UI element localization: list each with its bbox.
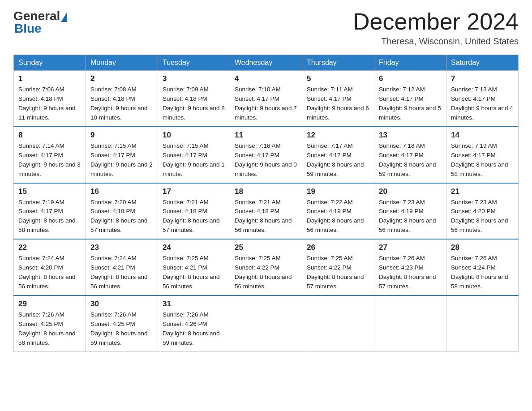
- calendar-week-row: 1 Sunrise: 7:06 AMSunset: 4:18 PMDayligh…: [14, 71, 519, 127]
- title-block: December 2024 Theresa, Wisconsin, United…: [353, 9, 519, 47]
- calendar-week-row: 22 Sunrise: 7:24 AMSunset: 4:20 PMDaylig…: [14, 239, 519, 295]
- calendar-cell: 29 Sunrise: 7:26 AMSunset: 4:25 PMDaylig…: [14, 295, 86, 351]
- day-number: 17: [163, 187, 225, 196]
- calendar-cell: 26 Sunrise: 7:25 AMSunset: 4:22 PMDaylig…: [302, 239, 374, 295]
- day-info: Sunrise: 7:11 AMSunset: 4:17 PMDaylight:…: [307, 85, 369, 123]
- calendar-cell: 17 Sunrise: 7:21 AMSunset: 4:18 PMDaylig…: [158, 183, 230, 240]
- day-number: 28: [451, 243, 514, 252]
- logo-blue-text: Blue: [14, 21, 42, 36]
- day-number: 25: [235, 243, 297, 252]
- day-info: Sunrise: 7:23 AMSunset: 4:19 PMDaylight:…: [379, 198, 442, 235]
- day-header-sunday: Sunday: [14, 55, 86, 71]
- calendar-cell: 20 Sunrise: 7:23 AMSunset: 4:19 PMDaylig…: [374, 183, 446, 240]
- day-number: 11: [235, 131, 297, 140]
- day-info: Sunrise: 7:20 AMSunset: 4:18 PMDaylight:…: [90, 198, 153, 235]
- day-number: 3: [163, 74, 225, 83]
- logo: General Blue: [13, 9, 67, 36]
- calendar-cell: 11 Sunrise: 7:16 AMSunset: 4:17 PMDaylig…: [230, 127, 302, 183]
- day-number: 4: [235, 74, 297, 83]
- day-number: 5: [307, 74, 369, 83]
- day-info: Sunrise: 7:12 AMSunset: 4:17 PMDaylight:…: [379, 85, 442, 123]
- calendar-table: SundayMondayTuesdayWednesdayThursdayFrid…: [13, 55, 519, 351]
- calendar-cell: 27 Sunrise: 7:26 AMSunset: 4:23 PMDaylig…: [374, 239, 446, 295]
- calendar-week-row: 15 Sunrise: 7:19 AMSunset: 4:17 PMDaylig…: [14, 183, 519, 240]
- day-info: Sunrise: 7:24 AMSunset: 4:20 PMDaylight:…: [18, 254, 81, 291]
- day-number: 27: [379, 243, 442, 252]
- day-header-friday: Friday: [374, 55, 446, 71]
- day-info: Sunrise: 7:26 AMSunset: 4:26 PMDaylight:…: [163, 310, 225, 348]
- day-info: Sunrise: 7:16 AMSunset: 4:17 PMDaylight:…: [235, 141, 297, 179]
- day-info: Sunrise: 7:22 AMSunset: 4:19 PMDaylight:…: [307, 198, 369, 235]
- day-info: Sunrise: 7:13 AMSunset: 4:17 PMDaylight:…: [451, 85, 514, 123]
- calendar-cell: 25 Sunrise: 7:25 AMSunset: 4:22 PMDaylig…: [230, 239, 302, 295]
- calendar-cell: 19 Sunrise: 7:22 AMSunset: 4:19 PMDaylig…: [302, 183, 374, 240]
- calendar-cell: 16 Sunrise: 7:20 AMSunset: 4:18 PMDaylig…: [86, 183, 158, 240]
- day-number: 22: [18, 243, 81, 252]
- day-number: 8: [18, 131, 81, 140]
- day-number: 29: [18, 300, 81, 308]
- day-number: 18: [235, 187, 297, 196]
- day-info: Sunrise: 7:15 AMSunset: 4:17 PMDaylight:…: [90, 141, 153, 179]
- calendar-cell: [302, 295, 374, 351]
- day-number: 9: [90, 131, 153, 140]
- calendar-cell: 24 Sunrise: 7:25 AMSunset: 4:21 PMDaylig…: [158, 239, 230, 295]
- calendar-cell: [446, 295, 519, 351]
- calendar-cell: 31 Sunrise: 7:26 AMSunset: 4:26 PMDaylig…: [158, 295, 230, 351]
- day-info: Sunrise: 7:14 AMSunset: 4:17 PMDaylight:…: [18, 141, 81, 179]
- calendar-cell: 21 Sunrise: 7:23 AMSunset: 4:20 PMDaylig…: [446, 183, 519, 240]
- day-header-tuesday: Tuesday: [158, 55, 230, 71]
- calendar-cell: 8 Sunrise: 7:14 AMSunset: 4:17 PMDayligh…: [14, 127, 86, 183]
- calendar-cell: 23 Sunrise: 7:24 AMSunset: 4:21 PMDaylig…: [86, 239, 158, 295]
- calendar-cell: [374, 295, 446, 351]
- month-title: December 2024: [353, 9, 519, 34]
- calendar-cell: 22 Sunrise: 7:24 AMSunset: 4:20 PMDaylig…: [14, 239, 86, 295]
- day-header-monday: Monday: [86, 55, 158, 71]
- day-number: 23: [90, 243, 153, 252]
- day-info: Sunrise: 7:26 AMSunset: 4:23 PMDaylight:…: [379, 254, 442, 291]
- day-info: Sunrise: 7:06 AMSunset: 4:18 PMDaylight:…: [18, 85, 81, 123]
- day-number: 7: [451, 74, 514, 83]
- day-info: Sunrise: 7:23 AMSunset: 4:20 PMDaylight:…: [451, 198, 514, 235]
- calendar-cell: 18 Sunrise: 7:21 AMSunset: 4:18 PMDaylig…: [230, 183, 302, 240]
- day-number: 2: [90, 74, 153, 83]
- page-header: General Blue December 2024 Theresa, Wisc…: [13, 9, 519, 47]
- calendar-cell: 28 Sunrise: 7:26 AMSunset: 4:24 PMDaylig…: [446, 239, 519, 295]
- day-header-wednesday: Wednesday: [230, 55, 302, 71]
- day-info: Sunrise: 7:17 AMSunset: 4:17 PMDaylight:…: [307, 141, 369, 179]
- day-info: Sunrise: 7:21 AMSunset: 4:18 PMDaylight:…: [163, 198, 225, 235]
- calendar-cell: 2 Sunrise: 7:08 AMSunset: 4:18 PMDayligh…: [86, 71, 158, 127]
- calendar-cell: 14 Sunrise: 7:19 AMSunset: 4:17 PMDaylig…: [446, 127, 519, 183]
- day-info: Sunrise: 7:21 AMSunset: 4:18 PMDaylight:…: [235, 198, 297, 235]
- calendar-cell: 10 Sunrise: 7:15 AMSunset: 4:17 PMDaylig…: [158, 127, 230, 183]
- calendar-cell: 15 Sunrise: 7:19 AMSunset: 4:17 PMDaylig…: [14, 183, 86, 240]
- day-info: Sunrise: 7:19 AMSunset: 4:17 PMDaylight:…: [451, 141, 514, 179]
- calendar-cell: [230, 295, 302, 351]
- calendar-cell: 13 Sunrise: 7:18 AMSunset: 4:17 PMDaylig…: [374, 127, 446, 183]
- calendar-week-row: 29 Sunrise: 7:26 AMSunset: 4:25 PMDaylig…: [14, 295, 519, 351]
- day-header-thursday: Thursday: [302, 55, 374, 71]
- day-info: Sunrise: 7:26 AMSunset: 4:25 PMDaylight:…: [18, 310, 81, 348]
- day-number: 19: [307, 187, 369, 196]
- day-number: 31: [163, 300, 225, 308]
- day-number: 12: [307, 131, 369, 140]
- calendar-cell: 5 Sunrise: 7:11 AMSunset: 4:17 PMDayligh…: [302, 71, 374, 127]
- day-number: 20: [379, 187, 442, 196]
- day-number: 14: [451, 131, 514, 140]
- calendar-cell: 1 Sunrise: 7:06 AMSunset: 4:18 PMDayligh…: [14, 71, 86, 127]
- calendar-cell: 3 Sunrise: 7:09 AMSunset: 4:18 PMDayligh…: [158, 71, 230, 127]
- day-number: 6: [379, 74, 442, 83]
- day-info: Sunrise: 7:19 AMSunset: 4:17 PMDaylight:…: [18, 198, 81, 235]
- day-info: Sunrise: 7:24 AMSunset: 4:21 PMDaylight:…: [90, 254, 153, 291]
- day-info: Sunrise: 7:18 AMSunset: 4:17 PMDaylight:…: [379, 141, 442, 179]
- calendar-header-row: SundayMondayTuesdayWednesdayThursdayFrid…: [14, 55, 519, 71]
- day-info: Sunrise: 7:26 AMSunset: 4:24 PMDaylight:…: [451, 254, 514, 291]
- day-number: 21: [451, 187, 514, 196]
- calendar-cell: 6 Sunrise: 7:12 AMSunset: 4:17 PMDayligh…: [374, 71, 446, 127]
- location-subtitle: Theresa, Wisconsin, United States: [353, 36, 519, 47]
- day-info: Sunrise: 7:10 AMSunset: 4:17 PMDaylight:…: [235, 85, 297, 123]
- day-number: 24: [163, 243, 225, 252]
- day-number: 16: [90, 187, 153, 196]
- logo-triangle-icon: [61, 12, 67, 22]
- day-number: 30: [90, 300, 153, 308]
- calendar-cell: 9 Sunrise: 7:15 AMSunset: 4:17 PMDayligh…: [86, 127, 158, 183]
